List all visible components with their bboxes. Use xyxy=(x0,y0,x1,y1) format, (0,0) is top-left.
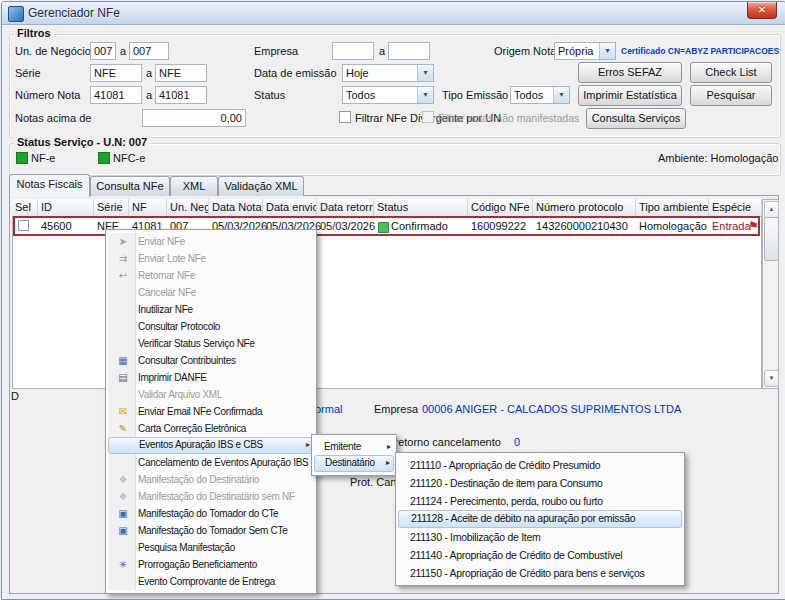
column-header-codigo-nfe[interactable]: Código NFe xyxy=(468,199,533,217)
serie-from-input[interactable]: NFE xyxy=(90,64,142,82)
close-icon[interactable]: ✕ xyxy=(747,2,777,19)
empresa-to-input[interactable] xyxy=(388,42,430,60)
menu-item-cancelamento-eventos-apuracao-ibs-cbs[interactable]: Cancelamento de Eventos Apuração IBS e C… xyxy=(108,454,314,471)
tipo-emissao-select[interactable]: Todos ▼ xyxy=(510,86,570,104)
tipo-emissao-label: Tipo Emissão xyxy=(442,89,508,101)
column-header-especie[interactable]: Espécie xyxy=(709,199,762,217)
menu-item-evento-comprovante-entrega[interactable]: Evento Comprovante de Entrega xyxy=(108,573,314,590)
contribuintes-icon: ▦ xyxy=(114,352,132,369)
menu-item-carta-correcao-eletronica[interactable]: ✎ Carta Correção Eletrônica xyxy=(108,420,314,437)
notas-acima-label: Notas acima de xyxy=(15,112,91,124)
column-header-data-nota[interactable]: Data Nota xyxy=(209,199,263,217)
empresa-from-input[interactable] xyxy=(332,42,374,60)
column-header-status[interactable]: Status xyxy=(374,199,468,217)
menu-item-label: Carta Correção Eletrônica xyxy=(138,423,246,434)
menu-item-consultar-contribuintes[interactable]: ▦ Consultar Contribuintes xyxy=(108,352,314,369)
tab-notas-fiscais[interactable]: Notas Fiscais xyxy=(9,174,90,197)
pencil-icon: ✎ xyxy=(114,420,132,437)
dropdown-arrow-icon: ▼ xyxy=(599,43,615,59)
app-icon xyxy=(8,6,24,22)
email-icon: ✉ xyxy=(114,403,132,420)
cte-icon: ▣ xyxy=(114,505,132,522)
imprimir-estatistica-button[interactable]: Imprimir Estatística xyxy=(578,85,682,106)
submenu-item-211150[interactable]: 211150 - Apropriação de Crédito para ben… xyxy=(398,564,682,582)
menu-item-enviar-email-nfe-confirmada[interactable]: ✉ Enviar Email NFe Confirmada xyxy=(108,403,314,420)
submenu-item-211128[interactable]: 211128 - Aceite de débito na apuração po… xyxy=(398,510,682,528)
menu-item-pesquisa-manifestacao[interactable]: Pesquisa Manifestação xyxy=(108,539,314,556)
consulta-servicos-button[interactable]: Consulta Serviços xyxy=(586,108,686,129)
menu-item-manifestacao-tomador-cte[interactable]: ▣ Manifestação do Tomador do CTe xyxy=(108,505,314,522)
tab-validacao-xml[interactable]: Validação XML xyxy=(218,176,304,196)
data-emissao-select[interactable]: Hoje ▼ xyxy=(342,64,434,82)
empresa-label: Empresa xyxy=(254,45,298,57)
un-negocio-to-input[interactable]: 007 xyxy=(129,42,169,60)
submenu-item-211120[interactable]: 211120 - Destinação de item para Consumo xyxy=(398,474,682,492)
submenu-item-211124[interactable]: 211124 - Perecimento, perda, roubo ou fu… xyxy=(398,492,682,510)
menu-item-cancelar-nfe[interactable]: Cancelar NFe xyxy=(108,284,314,301)
menu-item-enviar-lote-nfe[interactable]: ⇉ Enviar Lote NFe xyxy=(108,250,314,267)
column-header-id[interactable]: ID xyxy=(38,199,94,217)
eventos-submenu: Emitente ▸ Destinatário ▸ xyxy=(311,434,397,476)
menu-item-imprimir-danfe[interactable]: ▤ Imprimir DANFE xyxy=(108,369,314,386)
submenu-item-211140[interactable]: 211140 - Apropriação de Crédito de Combu… xyxy=(398,546,682,564)
serie-to-input[interactable]: NFE xyxy=(155,64,207,82)
row-select-checkbox[interactable] xyxy=(18,220,29,231)
submenu-item-211130[interactable]: 211130 - Imobilização de Item xyxy=(398,528,682,546)
grid-scrollbar[interactable]: ▲ ▼ xyxy=(762,199,779,389)
menu-item-label: Eventos Apuração IBS e CBS xyxy=(139,439,263,450)
column-header-sel[interactable]: Sel xyxy=(12,199,38,217)
pesquisar-button[interactable]: Pesquisar xyxy=(690,85,772,106)
column-header-nf[interactable]: NF xyxy=(129,199,167,217)
notas-acima-input[interactable]: 0,00 xyxy=(142,109,246,127)
tipo-emissao-value: Todos xyxy=(514,89,543,101)
submenu-item-destinatario[interactable]: Destinatário ▸ xyxy=(314,455,394,472)
origem-nota-label: Origem Nota xyxy=(494,45,556,57)
check-list-button[interactable]: Check List xyxy=(690,62,772,83)
origem-nota-select[interactable]: Própria ▼ xyxy=(554,42,616,60)
manifest-icon: ❖ xyxy=(114,471,132,488)
menu-item-verificar-status-servico-nfe[interactable]: Verificar Status Serviço NFe xyxy=(108,335,314,352)
tab-xml[interactable]: XML xyxy=(170,176,218,196)
menu-item-eventos-apuracao-ibs-cbs[interactable]: Eventos Apuração IBS e CBS ▸ xyxy=(108,437,314,454)
column-header-tipo-ambiente[interactable]: Tipo ambiente xyxy=(636,199,709,217)
menu-item-enviar-nfe[interactable]: ➤ Enviar NFe xyxy=(108,233,314,250)
menu-item-manifestacao-destinatario-sem-nf[interactable]: ❖ Manifestação do Destinatário sem NF xyxy=(108,488,314,505)
submenu-item-label: Destinatário xyxy=(325,457,375,468)
send-nfe-icon: ➤ xyxy=(114,233,132,250)
column-header-data-retorno[interactable]: Data retorno xyxy=(317,199,374,217)
nfce-status-indicator xyxy=(98,152,110,164)
menu-item-inutilizar-nfe[interactable]: Inutilizar NFe xyxy=(108,301,314,318)
serie-range-sep: a xyxy=(146,67,152,79)
tab-consulta-nfe[interactable]: Consulta NFe xyxy=(90,176,170,196)
submenu-arrow-icon: ▸ xyxy=(386,456,390,470)
origem-nota-value: Própria xyxy=(558,45,593,57)
column-header-data-envio[interactable]: Data envio xyxy=(263,199,317,217)
column-header-numero-protocolo[interactable]: Número protocolo xyxy=(533,199,636,217)
filtrar-divergente-checkbox[interactable] xyxy=(339,111,351,123)
menu-item-prorrogacao-beneficiamento[interactable]: ✳ Prorrogação Beneficiamento xyxy=(108,556,314,573)
scroll-down-icon[interactable]: ▼ xyxy=(764,370,779,387)
column-header-un-neg[interactable]: Un. Neg. xyxy=(167,199,209,217)
menu-item-retornar-nfe[interactable]: ↩ Retornar NFe xyxy=(108,267,314,284)
erros-sefaz-button[interactable]: Erros SEFAZ xyxy=(578,62,682,83)
menu-item-validar-arquivo-xml[interactable]: Validar Arquivo XML xyxy=(108,386,314,403)
scrollbar-thumb[interactable] xyxy=(764,217,779,261)
submenu-item-211110[interactable]: 211110 - Apropriação de Crédito Presumid… xyxy=(398,456,682,474)
scroll-up-icon[interactable]: ▲ xyxy=(764,201,779,218)
menu-item-label: Verificar Status Serviço NFe xyxy=(138,338,255,349)
status-servico-group-label: Status Serviço - U.N: 007 xyxy=(14,136,150,148)
menu-item-label: Imprimir DANFE xyxy=(138,372,207,383)
manifest-icon: ❖ xyxy=(114,488,132,505)
submenu-item-emitente[interactable]: Emitente ▸ xyxy=(314,438,394,455)
un-negocio-from-input[interactable]: 007 xyxy=(90,42,116,60)
return-icon: ↩ xyxy=(114,267,132,284)
status-select[interactable]: Todos ▼ xyxy=(342,86,434,104)
menu-item-consultar-protocolo[interactable]: Consultar Protocolo xyxy=(108,318,314,335)
title-bar[interactable]: Gerenciador NFe ✕ xyxy=(2,2,785,25)
menu-item-manifestacao-tomador-sem-cte[interactable]: ▣ Manifestação do Tomador Sem CTe xyxy=(108,522,314,539)
numero-nota-from-input[interactable]: 41081 xyxy=(90,86,142,104)
menu-item-manifestacao-destinatario[interactable]: ❖ Manifestação do Destinatário xyxy=(108,471,314,488)
numero-nota-to-input[interactable]: 41081 xyxy=(155,86,207,104)
filtrar-nao-manifestadas-checkbox[interactable] xyxy=(422,111,434,123)
column-header-serie[interactable]: Série xyxy=(94,199,129,217)
